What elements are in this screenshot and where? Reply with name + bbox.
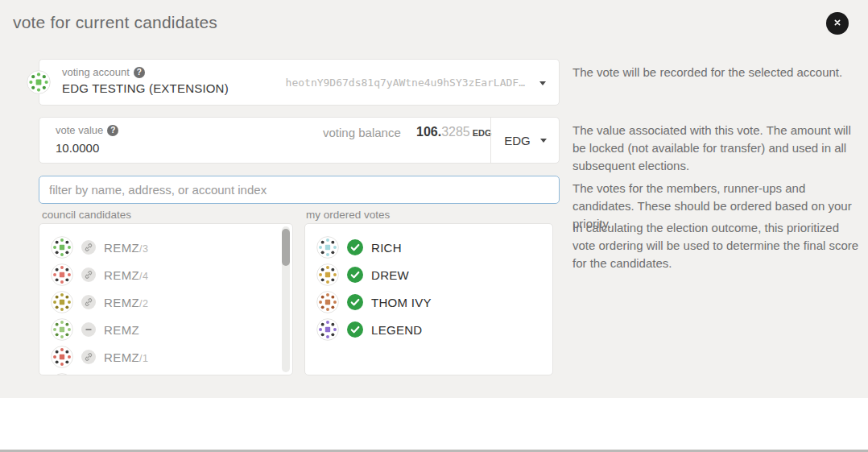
candidate-name: REMZ [104,296,139,309]
vote-name: RICH [371,241,402,255]
vote-check-icon [347,294,363,310]
currency-select[interactable]: EDG [491,118,560,163]
vote-check-icon [347,239,363,255]
candidate-identicon [51,373,73,375]
council-candidates-label: council candidates [42,209,131,221]
voting-balance: 106.3285EDG [416,125,492,139]
candidate-identicon [51,346,73,368]
vote-name: LEGEND [371,323,423,337]
help-account: The vote will be recorded for the select… [572,64,868,81]
vote-value-card: vote value ? 10.0000 voting balance 106.… [39,117,560,164]
balance-fraction: 3285 [441,125,470,139]
candidate-index: /3 [139,243,148,255]
vote-check-icon [347,267,363,283]
candidate-badge-icon [81,295,96,309]
vote-name: THOM IVY [371,296,432,309]
candidate-row[interactable]: REMZ [51,316,292,343]
vote-identicon [316,263,339,286]
ordered-vote-row[interactable]: THOM IVY [316,288,552,316]
candidate-badge-icon [81,267,96,282]
candidate-name: REMZ [104,350,139,364]
voting-account-select[interactable]: voting account ? EDG TESTING (EXTENSION)… [39,59,560,106]
vote-identicon [316,318,339,341]
candidate-row[interactable] [51,371,292,375]
ordered-vote-row[interactable]: DREW [316,261,552,288]
balance-unit: EDG [473,128,492,138]
vote-identicon [316,236,339,259]
account-name: EDG TESTING (EXTENSION) [62,81,229,95]
account-identicon [27,70,51,94]
scrollbar-thumb[interactable] [282,229,290,266]
voting-account-label: voting account [62,66,130,78]
help-icon[interactable]: ? [107,125,118,136]
ordered-vote-row[interactable]: LEGEND [316,316,552,343]
filter-input[interactable] [39,176,560,204]
vote-identicon [316,291,339,313]
help-vote-value: The value associated with this vote. The… [572,122,864,174]
help-icon[interactable]: ? [134,67,145,78]
ordered-votes-label: my ordered votes [306,209,390,221]
currency-value: EDG [504,134,531,147]
candidate-identicon [51,318,73,341]
ordered-vote-row[interactable]: RICH [316,234,552,261]
account-address: heotnY9D67ds81q7yAWtne4u9hSY3zEarLADF… [286,77,525,89]
candidate-name: REMZ [104,241,139,255]
candidate-badge-icon [81,350,96,364]
balance-whole: 106. [416,125,441,139]
ordered-votes-list: RICH DREW THOM IVY [304,223,553,375]
dialog-title: vote for current candidates [13,13,217,32]
candidate-row[interactable]: REMZ/2 [51,288,292,316]
candidate-name: REMZ [104,323,139,337]
candidate-index: /2 [139,298,148,309]
vote-name: DREW [371,268,409,282]
candidate-row[interactable]: REMZ/1 [51,343,292,371]
council-candidates-list: REMZ/3 REMZ/4 REMZ/2 [39,223,293,375]
candidate-name: REMZ [104,268,139,282]
help-outcome: In calculating the election outcome, thi… [572,219,864,272]
candidate-identicon [51,236,73,259]
chevron-down-icon [539,81,546,85]
vote-check-icon [347,321,363,338]
close-button[interactable] [826,12,849,35]
dialog-footer: Unvote all Vote [0,398,868,452]
candidate-index: /4 [139,271,148,282]
candidate-row[interactable]: REMZ/3 [51,234,292,261]
vote-value-input[interactable]: 10.0000 [56,141,99,155]
voting-balance-label: voting balance [323,126,401,139]
candidate-index: /1 [139,353,148,364]
vote-value-label: vote value [56,124,103,136]
candidate-badge-icon [81,240,96,255]
candidate-badge-icon [81,322,96,337]
candidate-row[interactable]: REMZ/4 [51,261,292,288]
candidate-identicon [51,263,73,286]
chevron-down-icon [540,139,547,143]
close-icon [832,17,843,31]
candidate-identicon [51,291,73,313]
